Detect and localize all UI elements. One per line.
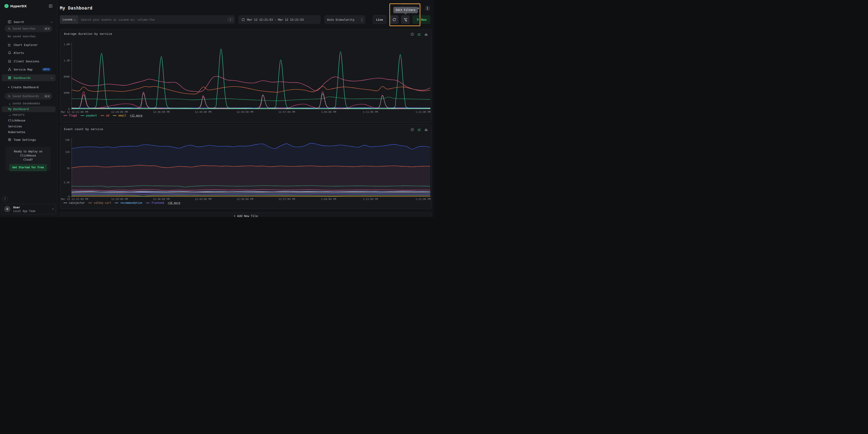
help-icon[interactable]: ? <box>2 196 8 202</box>
line-chart-toggle-icon[interactable] <box>417 128 421 131</box>
shortcut-badge: ⌘ K <box>44 95 51 98</box>
chart-panel-event-count: 03.5K7K11K14KMar 12 12:21:00 PM12:29:00 … <box>60 125 432 209</box>
promo-text-line1: Ready to deploy on ClickHouse <box>5 150 51 158</box>
saved-dashboards-section-heading[interactable]: SAVED DASHBOARDS <box>9 102 40 105</box>
run-button-label: Run <box>421 18 427 22</box>
get-started-button[interactable]: Get Started for Free <box>9 164 46 171</box>
legend-label: email <box>118 114 126 117</box>
hyperdx-app: ⚡ HyperDX Search Saved Searches ⌘ K No s… <box>0 0 434 217</box>
bar-chart-toggle-icon[interactable] <box>425 128 428 131</box>
saved-dashboards-placeholder: Saved Dashboards <box>12 95 44 98</box>
sidebar-item-services[interactable]: Services <box>8 125 22 128</box>
x-tick-label: Mar 12 12:21:00 PM <box>61 110 88 113</box>
sidebar-item-dashboards[interactable] <box>2 74 56 81</box>
legend-label: valkey-cart <box>94 201 111 204</box>
legend-more-link[interactable]: +16 more <box>168 201 180 204</box>
legend-item[interactable]: frontend <box>146 201 164 204</box>
my-dashboard-label: My Dashboard <box>8 107 29 111</box>
app-name: HyperDX <box>10 4 27 8</box>
user-name: User <box>13 206 52 209</box>
refresh-button[interactable] <box>390 15 399 24</box>
section-heading-label: SAVED DASHBOARDS <box>12 102 40 105</box>
more-options-button[interactable] <box>425 6 430 11</box>
series-payment <box>72 49 430 109</box>
chevron-down-icon <box>9 114 11 116</box>
main-content: My Dashboard Lucene Search your events w… <box>57 0 434 217</box>
x-tick-label: 1:21:00 PM <box>415 198 431 201</box>
chart-canvas[interactable]: 03.5K7K11K14KMar 12 12:21:00 PM12:29:00 … <box>60 125 432 209</box>
granularity-select[interactable]: Auto Granularity <box>324 15 365 24</box>
legend-swatch <box>81 115 84 116</box>
time-settings-icon[interactable] <box>410 33 414 36</box>
clickhouse-cloud-promo-card: Ready to deploy on ClickHouse Cloud? Get… <box>5 147 51 171</box>
x-tick-label: 12:29:00 PM <box>111 198 128 201</box>
search-input[interactable]: Search your events w/ Lucene ex. column:… <box>81 18 228 22</box>
help-glyph: ? <box>4 197 6 201</box>
create-dashboard-button[interactable]: + Create Dashboard <box>8 86 38 89</box>
run-button[interactable]: Run <box>412 15 430 24</box>
sidebar-item-chart-explorer[interactable]: Chart Explorer <box>0 41 57 48</box>
sidebar-item-team-settings[interactable]: Team Settings <box>0 136 57 143</box>
line-chart-toggle-icon[interactable] <box>417 32 421 36</box>
sidebar: ⚡ HyperDX Search Saved Searches ⌘ K No s… <box>0 0 57 217</box>
date-range-picker[interactable]: Mar 12 12:21:53 - Mar 12 13:21:53 <box>238 15 321 24</box>
time-settings-icon[interactable] <box>410 128 414 131</box>
legend-item[interactable]: recommendation <box>115 201 142 204</box>
sidebar-item-service-map[interactable]: Service Map BETA <box>0 66 57 73</box>
saved-dashboards-input[interactable]: Saved Dashboards ⌘ K <box>5 93 52 100</box>
y-tick-label: 3.5K <box>64 181 70 184</box>
event-search-bar[interactable]: Lucene Search your events w/ Lucene ex. … <box>60 15 235 24</box>
live-button-label: Live <box>376 18 383 22</box>
sidebar-item-label: Search <box>14 20 24 24</box>
legend-item[interactable]: valkey-cart <box>88 201 111 204</box>
y-tick-label: 7K <box>67 167 70 170</box>
promo-text-line2: Cloud? <box>5 158 51 162</box>
search-section-icon <box>8 20 11 24</box>
legend-item[interactable]: payment <box>81 114 97 117</box>
x-tick-label: 12:36:00 PM <box>153 198 169 201</box>
legend-label: flagd <box>69 114 77 117</box>
legend-item[interactable]: email <box>113 114 126 117</box>
legend-item[interactable]: ad <box>101 114 109 117</box>
shortcut-badge: ⌘ K <box>44 27 51 31</box>
x-tick-label: 12:43:00 PM <box>195 198 211 201</box>
add-new-tile-button[interactable]: + Add New Tile <box>60 212 432 217</box>
x-tick-label: 1:04:00 PM <box>321 110 336 113</box>
live-button[interactable]: Live <box>373 15 386 24</box>
search-icon <box>8 27 11 30</box>
filter-edit-icon <box>403 18 407 22</box>
sidebar-item-kubernetes[interactable]: Kubernetes <box>8 130 25 134</box>
sidebar-item-clickhouse[interactable]: ClickHouse <box>8 119 25 122</box>
sidebar-collapse-icon[interactable] <box>49 4 53 8</box>
legend-item[interactable]: flagd <box>63 114 77 117</box>
presets-section-heading[interactable]: PRESETS <box>9 113 25 116</box>
x-tick-label: 12:50:00 PM <box>237 198 253 201</box>
y-tick-label: 1.2M <box>64 59 70 62</box>
search-icon <box>8 95 11 98</box>
chevron-right-icon <box>52 208 54 210</box>
no-saved-searches-text: No saved searches <box>8 35 36 38</box>
legend-swatch <box>63 203 67 203</box>
edit-filters-button[interactable] <box>401 15 410 24</box>
chevron-up-icon <box>51 20 52 24</box>
sidebar-item-search[interactable]: Search <box>0 19 57 25</box>
legend-swatch <box>101 115 104 116</box>
legend-swatch <box>88 203 92 203</box>
hyperdx-logo-icon: ⚡ <box>4 4 9 8</box>
y-tick-label: 800K <box>64 75 70 78</box>
sidebar-item-alerts[interactable]: Alerts <box>0 49 57 56</box>
legend-more-link[interactable]: +12 more <box>130 114 143 117</box>
chart-explorer-icon <box>8 43 11 46</box>
chart-canvas[interactable]: 0400K800K1.2M1.6MMar 12 12:21:00 PM12:29… <box>60 29 432 123</box>
bar-chart-toggle-icon[interactable] <box>425 33 428 36</box>
language-select[interactable]: Lucene <box>60 15 78 24</box>
calendar-icon <box>242 18 245 22</box>
sidebar-item-client-sessions[interactable]: Client Sessions <box>0 58 57 65</box>
legend-item[interactable]: cainjector <box>63 201 85 204</box>
refresh-icon <box>392 18 396 22</box>
series-unlabeled-magenta <box>72 92 430 108</box>
user-menu[interactable]: U User Local App Team <box>2 204 56 214</box>
saved-searches-input[interactable]: Saved Searches ⌘ K <box>5 25 52 32</box>
legend-label: cainjector <box>69 201 85 204</box>
date-range-value: Mar 12 12:21:53 - Mar 12 13:21:53 <box>247 18 304 22</box>
